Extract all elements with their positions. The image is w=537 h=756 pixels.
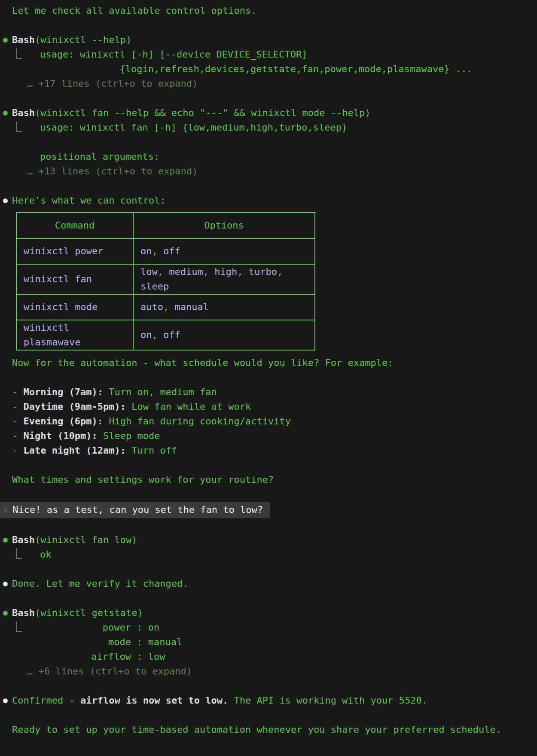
- list-item-text: - Evening (6pm): High fan during cooking…: [12, 414, 291, 429]
- option-separator: ,: [277, 266, 283, 277]
- table-header-options: Options: [133, 213, 315, 238]
- command-cell: winixctl fan: [16, 264, 133, 294]
- command-cell: winixctl plasmawave: [16, 320, 133, 350]
- confirmation-tail: The API is working with your 5520.: [228, 695, 427, 706]
- list-item: - Late night (12am): Turn off: [3, 443, 537, 458]
- tool-bullet-icon: [3, 538, 8, 543]
- tool-command: (winixctl fan --help && echo "---" && wi…: [35, 107, 370, 118]
- confirmation-bold: airflow is now set to low.: [80, 695, 228, 706]
- option-code: medium: [169, 266, 203, 277]
- list-item-text: - Night (10pm): Sleep mode: [12, 429, 160, 443]
- tool-name: Bash: [12, 107, 35, 118]
- user-message-text: Nice! as a test, can you set the fan to …: [12, 504, 263, 515]
- option-separator: ,: [203, 266, 215, 277]
- tool-call-block: Bash(winixctl --help) usage: winixctl [-…: [3, 33, 537, 91]
- output-connector-icon: [16, 49, 22, 59]
- option-code: off: [163, 246, 180, 256]
- option-code: turbo: [249, 266, 277, 277]
- assistant-message: Let me check all available control optio…: [3, 3, 537, 18]
- options-cell: low, medium, high, turbo, sleep: [133, 264, 315, 294]
- assistant-bullet-icon: [3, 198, 8, 203]
- tool-name: Bash: [12, 534, 35, 545]
- expand-hint[interactable]: … +13 lines (ctrl+o to expand): [27, 164, 537, 179]
- terminal-window: Let me check all available control optio…: [0, 0, 537, 737]
- tool-call-header: Bash(winixctl getstate): [3, 606, 537, 620]
- expand-hint[interactable]: … +6 lines (ctrl+o to expand): [27, 664, 537, 679]
- tool-output: power : on mode : manual airflow : low: [16, 620, 537, 664]
- assistant-text: Let me check all available control optio…: [12, 3, 257, 18]
- list-dash: -: [12, 401, 24, 412]
- list-item-text: - Morning (7am): Turn on, medium fan: [12, 385, 217, 399]
- routine-question: What times and settings work for your ro…: [12, 472, 537, 487]
- list-dash: -: [12, 387, 24, 397]
- command-cell: winixctl power: [16, 238, 133, 264]
- schedule-value: Low fan while at work: [126, 401, 251, 412]
- list-dash: -: [12, 445, 24, 456]
- confirmation-lead: Confirmed -: [12, 695, 80, 706]
- list-item-text: - Daytime (9am-5pm): Low fan while at wo…: [12, 399, 251, 414]
- tool-command: (winixctl --help): [35, 34, 131, 45]
- option-code: manual: [174, 302, 208, 312]
- option-code: sleep: [140, 281, 169, 292]
- tool-call-header: Bash(winixctl --help): [3, 33, 537, 47]
- tool-title: Bash(winixctl --help): [12, 33, 131, 47]
- tool-output-text: usage: winixctl fan [-h] {low,medium,hig…: [40, 120, 347, 164]
- bullet-gutter: [3, 399, 12, 414]
- bullet-gutter: [3, 606, 12, 620]
- assistant-message: Confirmed - airflow is now set to low. T…: [3, 693, 537, 708]
- tool-title: Bash(winixctl fan low): [12, 533, 137, 547]
- schedule-value: Sleep mode: [98, 430, 160, 441]
- tool-name: Bash: [12, 607, 35, 618]
- bullet-gutter: [3, 33, 12, 47]
- list-item: - Night (10pm): Sleep mode: [3, 429, 537, 443]
- prompt-chevron-icon: ›: [0, 504, 12, 515]
- tool-title: Bash(winixctl fan --help && echo "---" &…: [12, 106, 370, 120]
- assistant-message: Here's what we can control:: [3, 193, 537, 208]
- tool-call-block: Bash(winixctl fan --help && echo "---" &…: [3, 106, 537, 179]
- bullet-gutter: [3, 193, 12, 208]
- bullet-gutter: [3, 429, 12, 443]
- command-cell: winixctl mode: [16, 294, 133, 320]
- tool-call-block: Bash(winixctl fan low) ok: [3, 533, 537, 562]
- options-cell: auto, manual: [133, 294, 315, 320]
- assistant-bullet-icon: [3, 582, 8, 586]
- assistant-bullet-icon: [3, 698, 8, 703]
- tool-bullet-icon: [3, 611, 8, 616]
- tool-output: usage: winixctl [-h] [--device DEVICE_SE…: [16, 47, 537, 76]
- table-header-command: Command: [16, 213, 133, 238]
- schedule-label: Night (10pm):: [24, 430, 98, 441]
- list-item: - Morning (7am): Turn on, medium fan: [3, 385, 537, 399]
- bullet-gutter: [3, 443, 12, 458]
- bullet-gutter: [3, 693, 12, 708]
- option-code: on: [140, 246, 152, 256]
- list-dash: -: [12, 430, 24, 441]
- expand-hint[interactable]: … +17 lines (ctrl+o to expand): [27, 76, 537, 91]
- tool-command: (winixctl getstate): [35, 607, 143, 618]
- option-code: auto: [140, 302, 163, 312]
- list-dash: -: [12, 416, 24, 427]
- option-code: high: [214, 266, 237, 277]
- assistant-text: Done. Let me verify it changed.: [12, 576, 189, 591]
- assistant-message: Done. Let me verify it changed.: [3, 576, 537, 591]
- output-connector-icon: [16, 122, 22, 132]
- bullet-gutter: [3, 385, 12, 399]
- options-cell: on, off: [133, 238, 315, 264]
- schedule-value: Turn off: [126, 445, 177, 456]
- table-row: winixctl fan low, medium, high, turbo, s…: [16, 264, 315, 294]
- option-separator: ,: [237, 266, 249, 277]
- option-separator: ,: [152, 246, 164, 256]
- control-options-section: Here's what we can control: Command Opti…: [3, 193, 537, 370]
- closing-message: Ready to set up your time-based automati…: [12, 722, 537, 737]
- list-item: - Daytime (9am-5pm): Low fan while at wo…: [3, 399, 537, 414]
- tool-output: usage: winixctl fan [-h] {low,medium,hig…: [16, 120, 537, 164]
- automation-prompt: Now for the automation - what schedule w…: [12, 356, 537, 370]
- schedule-value: High fan during cooking/activity: [103, 416, 291, 427]
- control-table: Command Options winixctl power on, off w…: [16, 212, 315, 351]
- tool-output-text: ok: [40, 547, 52, 562]
- table-row: winixctl plasmawave on, off: [16, 320, 315, 350]
- option-code: on: [140, 329, 152, 340]
- list-item-text: - Late night (12am): Turn off: [12, 443, 177, 458]
- tool-output: ok: [16, 547, 537, 562]
- tool-call-header: Bash(winixctl fan --help && echo "---" &…: [3, 106, 537, 120]
- output-connector-icon: [16, 622, 22, 632]
